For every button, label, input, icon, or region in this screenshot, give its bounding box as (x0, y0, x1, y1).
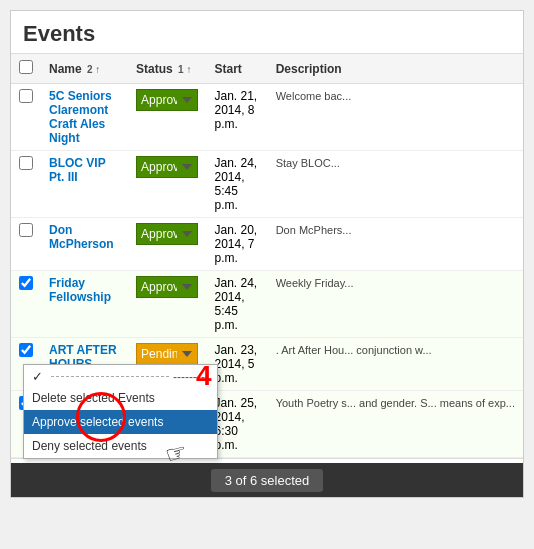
name-sort-arrow: 2 ↑ (87, 64, 100, 75)
row-checkbox[interactable] (19, 223, 33, 237)
status-select[interactable]: ApprovedPending (136, 343, 198, 365)
event-name-link[interactable]: BLOC VIP Pt. III (49, 156, 105, 184)
description-column-header: Description (268, 54, 523, 84)
dropdown-separator: ✓ --------- (24, 365, 217, 386)
event-description: Weekly Friday... (276, 277, 354, 289)
bottom-bar: 3 of 6 selected (11, 463, 523, 497)
status-column-header[interactable]: Status 1 ↑ (128, 54, 206, 84)
event-name-link[interactable]: Don McPherson (49, 223, 114, 251)
event-name-link[interactable]: Friday Fellowship (49, 276, 111, 304)
row-checkbox[interactable] (19, 156, 33, 170)
selected-count-text: 3 of 6 selected (211, 469, 324, 492)
status-select[interactable]: ApprovedPending (136, 156, 198, 178)
row-checkbox[interactable] (19, 276, 33, 290)
status-select[interactable]: ApprovedPending (136, 223, 198, 245)
approve-events-item[interactable]: Approve selected events (24, 410, 217, 434)
status-select[interactable]: ApprovedPending (136, 89, 198, 111)
event-start: Jan. 20, 2014, 7 p.m. (206, 218, 267, 271)
table-row: BLOC VIP Pt. IIIApprovedPendingJan. 24, … (11, 151, 523, 218)
table-row: Friday FellowshipApprovedPendingJan. 24,… (11, 271, 523, 338)
status-sort-arrow: 1 ↑ (178, 64, 191, 75)
select-all-checkbox[interactable] (19, 60, 33, 74)
deny-events-item[interactable]: Deny selected events (24, 434, 217, 458)
separator-dashes: --------- (173, 370, 209, 384)
start-column-header: Start (206, 54, 267, 84)
page-title: Events (11, 11, 523, 53)
action-dropdown: ✓ --------- Delete selected Events Appro… (23, 364, 218, 459)
event-name-link[interactable]: 5C Seniors Claremont Craft Ales Night (49, 89, 112, 145)
status-select[interactable]: ApprovedPending (136, 276, 198, 298)
event-description: Welcome bac... (276, 90, 352, 102)
event-start: Jan. 21, 2014, 8 p.m. (206, 84, 267, 151)
table-row: 5C Seniors Claremont Craft Ales NightApp… (11, 84, 523, 151)
delete-events-item[interactable]: Delete selected Events (24, 386, 217, 410)
separator-line (51, 376, 169, 377)
table-row: Don McPhersonApprovedPendingJan. 20, 201… (11, 218, 523, 271)
row-checkbox[interactable] (19, 343, 33, 357)
event-description: Youth Poetry s... and gender. S... means… (276, 397, 515, 409)
event-description: Don McPhers... (276, 224, 352, 236)
event-description: Stay BLOC... (276, 157, 340, 169)
event-start: Jan. 24, 2014, 5:45 p.m. (206, 271, 267, 338)
event-start: Jan. 24, 2014, 5:45 p.m. (206, 151, 267, 218)
name-column-header[interactable]: Name 2 ↑ (41, 54, 128, 84)
check-icon: ✓ (32, 369, 43, 384)
event-description: . Art After Hou... conjunction w... (276, 344, 432, 356)
row-checkbox[interactable] (19, 89, 33, 103)
